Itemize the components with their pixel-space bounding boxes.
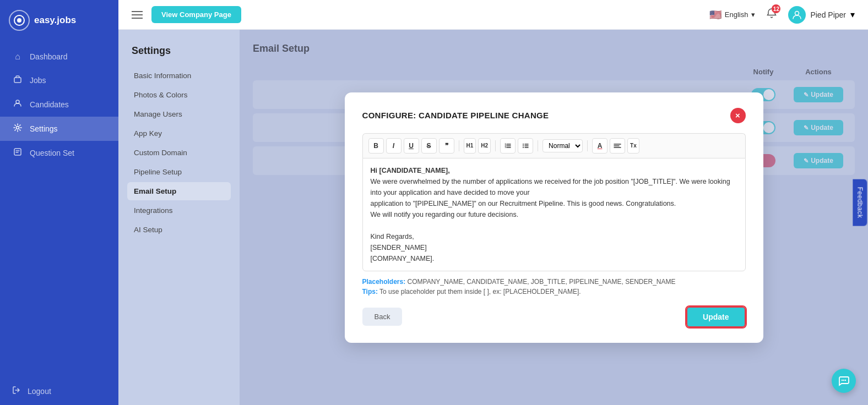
logout-label: Logout — [28, 387, 51, 396]
candidates-icon — [12, 99, 23, 110]
sidebar-item-label: Dashboard — [30, 52, 68, 61]
svg-point-26 — [845, 380, 846, 381]
logout-button[interactable]: Logout — [12, 386, 106, 396]
settings-menu-pipeline-setup[interactable]: Pipeline Setup — [127, 163, 231, 181]
rte-unordered-list-button[interactable] — [518, 138, 533, 154]
email-body-line4: We will notify you regarding our future … — [371, 209, 737, 220]
hamburger-line — [132, 18, 143, 19]
notification-bell[interactable]: 12 — [766, 8, 777, 21]
email-salutation: Hi [CANDIDATE_NAME], — [371, 167, 450, 174]
view-company-button[interactable]: View Company Page — [151, 6, 241, 23]
rte-font-color-button[interactable]: A — [592, 138, 607, 154]
rte-italic-button[interactable]: I — [386, 138, 402, 154]
rte-quote-button[interactable]: ❞ — [439, 138, 454, 154]
rte-content-area[interactable]: Hi [CANDIDATE_NAME], We were overwhelmed… — [362, 158, 746, 271]
toolbar-separator — [495, 140, 496, 151]
rte-underline-button[interactable]: U — [404, 138, 419, 154]
toolbar-separator — [459, 140, 459, 151]
toolbar-separator — [538, 140, 538, 151]
settings-menu-email-setup[interactable]: Email Setup — [127, 182, 231, 200]
svg-point-17 — [523, 147, 524, 148]
rte-align-button[interactable] — [610, 138, 625, 154]
sidebar-item-jobs[interactable]: Jobs — [0, 68, 118, 92]
email-sign-off: Kind Regards, — [371, 231, 737, 242]
logo-text: easy.jobs — [34, 15, 76, 26]
logo-icon — [9, 10, 30, 31]
rte-h1-button[interactable]: H1 — [464, 138, 476, 154]
sidebar-item-label: Settings — [30, 124, 58, 133]
hamburger-menu[interactable] — [132, 11, 143, 19]
settings-title: Settings — [127, 45, 231, 57]
settings-menu-integrations[interactable]: Integrations — [127, 201, 231, 220]
logo-area[interactable]: easy.jobs — [0, 0, 118, 41]
rte-strikethrough-button[interactable]: S — [421, 138, 437, 154]
language-label: English — [725, 10, 748, 19]
placeholders-row: Placeholders: COMPANY_NAME, CANDIDATE_NA… — [362, 278, 746, 286]
logout-icon — [12, 386, 21, 396]
toolbar-separator — [587, 140, 588, 151]
svg-point-16 — [523, 145, 524, 146]
modal-update-button[interactable]: Update — [686, 307, 745, 327]
hamburger-line — [132, 11, 143, 12]
email-sender-name: [SENDER_NAME] — [371, 242, 737, 253]
email-company-name: [COMPANY_NAME]. — [371, 253, 737, 264]
logout-area[interactable]: Logout — [0, 377, 118, 405]
modal-title: CONFIGURE: CANDIDATE PIPELINE CHANGE — [362, 111, 549, 120]
rte-toolbar: B I U S ❞ H1 H2 — [362, 133, 746, 158]
settings-menu-ai-setup[interactable]: AI Setup — [127, 221, 231, 239]
page-body: Settings Basic Information Photos & Colo… — [118, 30, 868, 405]
feedback-tab[interactable]: Feedback — [853, 179, 867, 226]
question-set-icon — [12, 147, 23, 158]
top-bar-right: 🇺🇸 English ▾ 12 Pied Piper — [709, 6, 855, 24]
svg-point-8 — [795, 11, 799, 15]
settings-menu-app-key[interactable]: App Key — [127, 124, 231, 143]
settings-menu-photos-colors[interactable]: Photos & Colors — [127, 86, 231, 104]
nav-items: ⌂ Dashboard Jobs Candidates — [0, 41, 118, 377]
user-avatar — [788, 6, 806, 24]
modal-overlay: CONFIGURE: CANDIDATE PIPELINE CHANGE × B… — [240, 30, 868, 405]
notification-badge: 12 — [772, 4, 780, 13]
settings-menu-manage-users[interactable]: Manage Users — [127, 105, 231, 123]
dashboard-icon: ⌂ — [12, 52, 23, 62]
rte-clear-button[interactable]: Tx — [627, 138, 639, 154]
modal-close-button[interactable]: × — [730, 108, 746, 123]
sidebar-item-dashboard[interactable]: ⌂ Dashboard — [0, 45, 118, 68]
rte-bold-button[interactable]: B — [368, 138, 384, 154]
sidebar-item-candidates[interactable]: Candidates — [0, 92, 118, 117]
svg-rect-5 — [14, 149, 21, 155]
jobs-icon — [12, 75, 23, 86]
chat-bubble[interactable] — [832, 369, 856, 393]
tips-label: Tips: — [362, 288, 378, 295]
svg-rect-2 — [14, 78, 21, 83]
svg-point-1 — [17, 18, 21, 23]
sidebar-item-label: Candidates — [30, 100, 69, 109]
svg-point-25 — [843, 380, 844, 381]
rte-ordered-list-button[interactable]: 1 2 3 — [500, 138, 516, 154]
left-navigation: easy.jobs ⌂ Dashboard Jobs Candidates — [0, 0, 118, 405]
top-bar: View Company Page 🇺🇸 English ▾ 12 — [118, 0, 868, 30]
svg-text:3: 3 — [505, 146, 507, 149]
placeholders-value: COMPANY_NAME, CANDIDATE_NAME, JOB_TITLE,… — [408, 278, 676, 286]
placeholders-label: Placeholders: — [362, 278, 406, 286]
svg-point-15 — [523, 144, 524, 145]
user-area[interactable]: Pied Piper ▾ — [788, 6, 855, 24]
configure-modal: CONFIGURE: CANDIDATE PIPELINE CHANGE × B… — [345, 92, 763, 343]
modal-header: CONFIGURE: CANDIDATE PIPELINE CHANGE × — [362, 108, 746, 123]
back-button[interactable]: Back — [362, 308, 403, 326]
svg-point-24 — [842, 380, 843, 381]
rte-format-select[interactable]: Normal — [542, 139, 583, 152]
sidebar-item-settings[interactable]: Settings — [0, 117, 118, 141]
email-body-line3: application to "[PIPELINE_NAME]" on our … — [371, 198, 737, 209]
flag-icon: 🇺🇸 — [709, 9, 721, 21]
sidebar-item-label: Jobs — [30, 76, 46, 85]
settings-icon — [12, 123, 23, 134]
language-selector[interactable]: 🇺🇸 English ▾ — [709, 9, 756, 21]
settings-menu-basic-info[interactable]: Basic Information — [127, 67, 231, 85]
user-name: Pied Piper — [810, 10, 846, 19]
top-bar-left: View Company Page — [132, 6, 241, 23]
sidebar-item-question-set[interactable]: Question Set — [0, 141, 118, 165]
email-body-line2: We were overwhelmed by the number of app… — [371, 176, 737, 198]
settings-menu-custom-domain[interactable]: Custom Domain — [127, 144, 231, 162]
settings-sidebar: Settings Basic Information Photos & Colo… — [118, 30, 240, 405]
rte-h2-button[interactable]: H2 — [478, 138, 491, 154]
